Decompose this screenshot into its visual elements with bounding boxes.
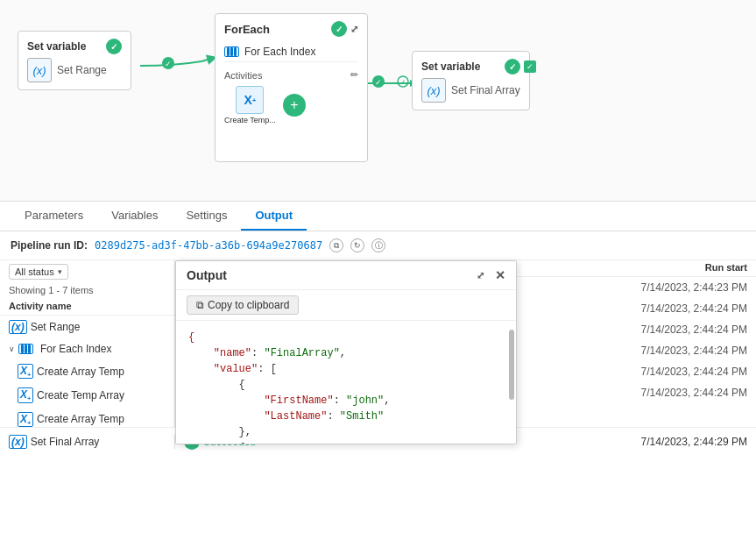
check-icon-foreach: ✓ (331, 21, 347, 37)
tab-settings[interactable]: Settings (172, 202, 241, 231)
svg-text:✓: ✓ (375, 78, 382, 87)
info-icon[interactable]: ⓘ (371, 238, 385, 252)
node-set-range-header: Set variable ✓ (27, 39, 122, 54)
col-activity-name: Activity name (9, 301, 72, 311)
tab-variables[interactable]: Variables (97, 202, 172, 231)
bottom-area: All status ▾ Showing 1 - 7 items Activit… (0, 260, 756, 455)
node-foreach[interactable]: ForEach ✓ ⤢ For Each Index Activities ✏ … (215, 13, 368, 162)
activity-list-header: All status ▾ (0, 260, 174, 283)
svg-point-0 (162, 57, 174, 69)
node-set-range-title: Set variable (27, 40, 86, 53)
list-item[interactable]: X+ Create Array Temp (0, 359, 174, 383)
foreach-index-row: For Each Index (224, 42, 358, 62)
node-set-range-body: (x) Set Range (27, 58, 122, 82)
activity-label-0: Set Range (31, 321, 81, 333)
output-panel-toolbar: ⧉ Copy to clipboard (176, 290, 516, 321)
node-set-range[interactable]: Set variable ✓ (x) Set Range (18, 31, 131, 90)
foreach-title: ForEach (224, 23, 270, 36)
tab-output[interactable]: Output (241, 202, 307, 231)
pipeline-canvas: ✓ ✓ ✓ Set variable ✓ (x) Set Range ForE (0, 0, 756, 202)
node-set-range-label: Set Range (57, 64, 107, 76)
output-panel: Output ⤢ ✕ ⧉ Copy to clipboard { "name":… (175, 260, 517, 444)
var-icon-4: X+ (18, 412, 33, 427)
var-icon-set-final: (x) (421, 78, 446, 103)
activity-create-temp-icon: X+ (236, 86, 264, 114)
foreach-header: ForEach ✓ ⤢ (224, 21, 358, 37)
list-item[interactable]: X+ Create Array Temp (0, 408, 174, 427)
tab-parameters[interactable]: Parameters (11, 202, 97, 231)
activity-label-2: Create Array Temp (37, 366, 124, 378)
status-dropdown[interactable]: All status ▾ (9, 264, 68, 280)
tabs-bar: Parameters Variables Settings Output (0, 202, 756, 231)
list-item[interactable]: (x) Set Range (0, 316, 174, 338)
var-icon-final: (x) (9, 435, 27, 449)
node-set-final-label: Set Final Array (451, 84, 520, 96)
list-item[interactable]: X+ Create Temp Array (0, 383, 174, 407)
foreach-index-label: For Each Index (244, 46, 315, 58)
final-left[interactable]: (x) Set Final Array (0, 435, 175, 449)
copy-to-clipboard-button[interactable]: ⧉ Copy to clipboard (187, 295, 299, 315)
var-icon-3: X+ (18, 387, 33, 402)
status-filter-label: All status (15, 266, 54, 277)
var-icon-0: (x) (9, 320, 27, 334)
run-bar-id: 0289d275-ad3f-47bb-a36b-694a9e270687 (95, 239, 322, 252)
node-set-final-header: Set variable ✓ (421, 59, 520, 75)
expand-icon-foreach[interactable]: ⤢ (350, 24, 358, 35)
copy-btn-label: Copy to clipboard (208, 299, 289, 311)
activity-label-1: For Each Index (40, 343, 111, 355)
activities-text: Activities (224, 70, 262, 81)
var-icon-2: X+ (18, 364, 33, 379)
node-set-final-title: Set variable (421, 60, 480, 73)
var-icon-set-range: (x) (27, 58, 52, 82)
list-and-output: All status ▾ Showing 1 - 7 items Activit… (0, 260, 756, 427)
activities-label: Activities ✏ (224, 69, 358, 81)
col-header-row: Activity name (0, 299, 174, 316)
svg-text:✓: ✓ (165, 60, 172, 68)
showing-label: Showing 1 - 7 items (0, 283, 174, 299)
copy-id-icon[interactable]: ⧉ (329, 238, 343, 252)
activities-row: X+ Create Temp... + (224, 86, 358, 124)
activity-label-4: Create Array Temp (37, 413, 124, 425)
chevron-down-icon: ▾ (58, 267, 62, 276)
chevron-foreach: ∨ (9, 345, 15, 353)
output-panel-header: Output ⤢ ✕ (176, 261, 516, 290)
output-panel-title: Output (187, 268, 227, 282)
bottom-rows: All status ▾ Showing 1 - 7 items Activit… (0, 260, 756, 455)
foreach-index-icon (224, 46, 239, 57)
svg-text:✓: ✓ (399, 78, 406, 87)
final-run-start: 7/14/2023, 2:44:29 PM (641, 436, 747, 448)
refresh-icon[interactable]: ↻ (350, 238, 364, 252)
copy-icon: ⧉ (196, 299, 204, 311)
node-set-final-body: (x) Set Final Array (421, 78, 520, 103)
activity-list: All status ▾ Showing 1 - 7 items Activit… (0, 260, 175, 427)
activity-label-3: Create Temp Array (37, 389, 124, 401)
list-item[interactable]: ∨ For Each Index (0, 338, 174, 359)
activity-create-temp[interactable]: X+ Create Temp... (224, 86, 276, 124)
svg-point-5 (398, 76, 408, 87)
expand-output-icon[interactable]: ⤢ (477, 270, 484, 281)
svg-point-3 (372, 75, 385, 88)
close-output-icon[interactable]: ✕ (495, 268, 505, 282)
run-bar-label: Pipeline run ID: (11, 239, 88, 252)
scrollbar-thumb[interactable] (509, 330, 514, 400)
output-json: { "name": "FinalArray", "value": [ { "Fi… (188, 330, 504, 444)
check-icon-set-range: ✓ (106, 39, 122, 54)
edit-icon[interactable]: ✏ (350, 69, 358, 81)
output-panel-content[interactable]: { "name": "FinalArray", "value": [ { "Fi… (176, 321, 516, 444)
add-activity-button[interactable]: + (283, 94, 306, 117)
foreach-icon-1 (18, 344, 33, 354)
final-label: Set Final Array (31, 436, 100, 448)
run-bar: Pipeline run ID: 0289d275-ad3f-47bb-a36b… (0, 231, 756, 260)
panel-header-icons: ⤢ ✕ (477, 268, 505, 282)
node-set-final[interactable]: Set variable ✓ (x) Set Final Array ✓ (412, 51, 530, 110)
activity-create-temp-label: Create Temp... (224, 116, 276, 124)
check-badge-final: ✓ (524, 60, 536, 73)
check-icon-set-final: ✓ (505, 59, 520, 75)
